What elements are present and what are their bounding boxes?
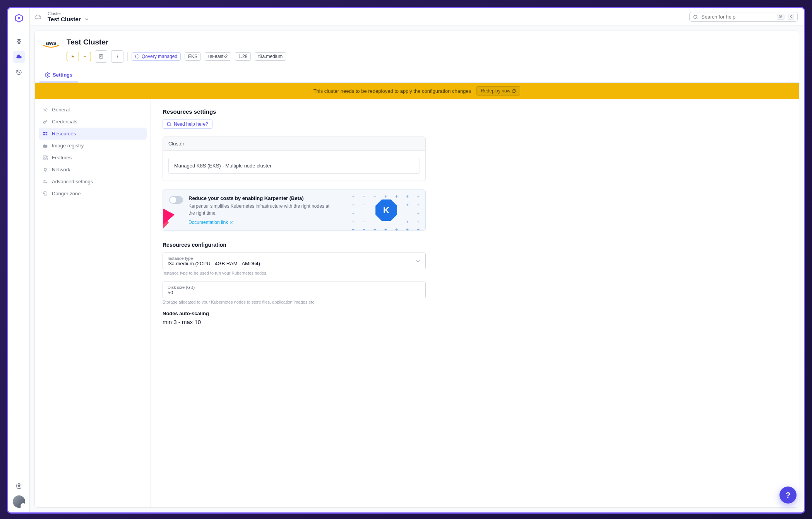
karpenter-description: Karpenter simplifies Kubernetes infrastr… <box>188 203 336 217</box>
karpenter-illustration: +++++++ ++++ ++ ++++ +++++++ K <box>349 192 423 228</box>
rail-environments-icon[interactable] <box>13 35 25 48</box>
cloud-icon <box>34 14 41 20</box>
chevron-down-icon[interactable] <box>84 17 89 22</box>
karpenter-doc-link[interactable]: Documentation link <box>188 220 234 225</box>
tag-instance: t3a.medium <box>255 52 286 61</box>
svg-line-4 <box>697 18 698 19</box>
resconf-title: Resources configuration <box>163 242 787 248</box>
svg-point-14 <box>47 74 48 76</box>
karpenter-doc-link-label: Documentation link <box>188 220 228 225</box>
deploy-play-button[interactable] <box>67 52 79 61</box>
book-icon <box>167 122 171 126</box>
search-icon <box>693 14 698 20</box>
external-link-icon <box>230 220 234 225</box>
gear-icon <box>45 72 50 78</box>
logs-button[interactable] <box>95 50 107 63</box>
brand-logo <box>14 13 24 24</box>
svg-point-2 <box>18 485 20 487</box>
sidebar-item-image-registry[interactable]: Image registry <box>39 140 147 152</box>
rail-history-icon[interactable] <box>13 66 25 79</box>
sliders-icon <box>43 179 48 184</box>
svg-rect-17 <box>43 132 45 133</box>
help-fab[interactable]: ? <box>779 487 797 504</box>
autoscale-title: Nodes auto-scaling <box>163 311 787 316</box>
more-menu-button[interactable] <box>111 50 123 63</box>
sidebar-item-network[interactable]: Network <box>39 164 147 176</box>
redeploy-now-button[interactable]: Redeploy now <box>476 86 520 96</box>
rail-clusters-icon[interactable] <box>13 51 25 63</box>
deploy-button-group <box>67 52 91 61</box>
kbd-cmd: ⌘ <box>777 14 785 20</box>
tag-region: us-east-2 <box>205 52 231 61</box>
sidebar-item-features[interactable]: Features <box>39 152 147 164</box>
sidebar-item-label: Advanced settings <box>52 179 93 184</box>
briefcase-icon <box>43 143 48 149</box>
svg-point-3 <box>694 15 697 18</box>
nav-rail <box>8 8 30 512</box>
annotation-arrow <box>163 201 175 231</box>
sidebar-item-label: Credentials <box>52 119 77 125</box>
sidebar-item-label: Resources <box>52 131 76 137</box>
svg-point-12 <box>117 58 118 58</box>
sidebar-item-resources[interactable]: Resources <box>39 128 147 140</box>
svg-marker-30 <box>163 213 169 231</box>
disk-size-hint: Storage allocated to your Kubernetes nod… <box>163 300 426 304</box>
cluster-type-value: Managed K8S (EKS) - Multiple node cluste… <box>168 158 420 174</box>
user-avatar[interactable] <box>13 495 25 508</box>
kbd-k: K <box>788 14 794 20</box>
settings-panel: Resources settings Need help here? Clust… <box>151 99 799 507</box>
tab-settings-label: Settings <box>53 72 72 78</box>
instance-type-value: t3a.medium (2CPU - 4GB RAM - AMD64) <box>168 261 421 266</box>
svg-rect-21 <box>43 145 48 147</box>
disk-size-input[interactable]: Disk size (GB) 50 <box>163 282 426 298</box>
tag-version: 1.28 <box>235 52 251 61</box>
cluster-header: aws Test Cluster <box>35 31 799 63</box>
svg-point-29 <box>46 193 46 194</box>
redeploy-now-label: Redeploy now <box>481 88 510 94</box>
tag-managed-label: Qovery managed <box>142 54 177 59</box>
sidebar-item-advanced[interactable]: Advanced settings <box>39 176 147 188</box>
deploy-menu-button[interactable] <box>79 52 91 61</box>
instance-type-hint: Instance type to be used to run your Kub… <box>163 271 426 275</box>
sidebar-item-credentials[interactable]: Credentials <box>39 116 147 128</box>
cluster-card: Cluster Managed K8S (EKS) - Multiple nod… <box>163 137 426 181</box>
svg-marker-6 <box>72 55 74 58</box>
svg-point-10 <box>117 55 118 56</box>
tab-settings[interactable]: Settings <box>39 68 78 82</box>
search-input[interactable] <box>701 14 774 20</box>
svg-point-15 <box>45 109 46 111</box>
cluster-card-head: Cluster <box>163 137 425 151</box>
breadcrumb-label: Cluster <box>48 11 89 16</box>
settings-sidebar: General Credentials Resources Image regi… <box>35 99 151 507</box>
instance-type-select[interactable]: Instance type t3a.medium (2CPU - 4GB RAM… <box>163 253 426 269</box>
rail-settings-icon[interactable] <box>13 480 25 492</box>
sidebar-item-danger[interactable]: Danger zone <box>39 188 147 200</box>
need-help-label: Need help here? <box>174 121 208 127</box>
tabs: Settings <box>35 68 799 83</box>
topbar: Cluster Test Cluster ⌘ K <box>30 8 804 26</box>
karpenter-card: Reduce your costs by enabling Karpenter … <box>163 190 426 231</box>
redeploy-banner: This cluster needs to be redeployed to a… <box>35 83 799 99</box>
need-help-button[interactable]: Need help here? <box>163 120 212 129</box>
key-icon <box>43 119 48 125</box>
svg-rect-19 <box>43 134 45 135</box>
instance-type-label: Instance type <box>168 256 421 261</box>
svg-point-23 <box>46 182 47 183</box>
plug-icon <box>43 167 48 172</box>
refresh-icon <box>512 89 516 93</box>
search-box[interactable]: ⌘ K <box>689 12 798 22</box>
svg-point-1 <box>17 17 20 19</box>
karpenter-toggle[interactable] <box>169 196 183 204</box>
breadcrumb[interactable]: Cluster Test Cluster <box>48 11 89 22</box>
sidebar-item-general[interactable]: General <box>39 104 147 116</box>
svg-rect-20 <box>46 134 48 135</box>
aws-logo: aws <box>43 39 60 50</box>
svg-rect-18 <box>46 132 48 133</box>
cluster-title: Test Cluster <box>67 38 791 46</box>
disk-size-value: 50 <box>168 290 421 295</box>
svg-point-11 <box>117 56 118 57</box>
chevron-down-icon <box>415 258 421 264</box>
banner-text: This cluster needs to be redeployed to a… <box>313 88 471 94</box>
gear-icon <box>43 107 48 113</box>
svg-marker-13 <box>136 55 139 58</box>
